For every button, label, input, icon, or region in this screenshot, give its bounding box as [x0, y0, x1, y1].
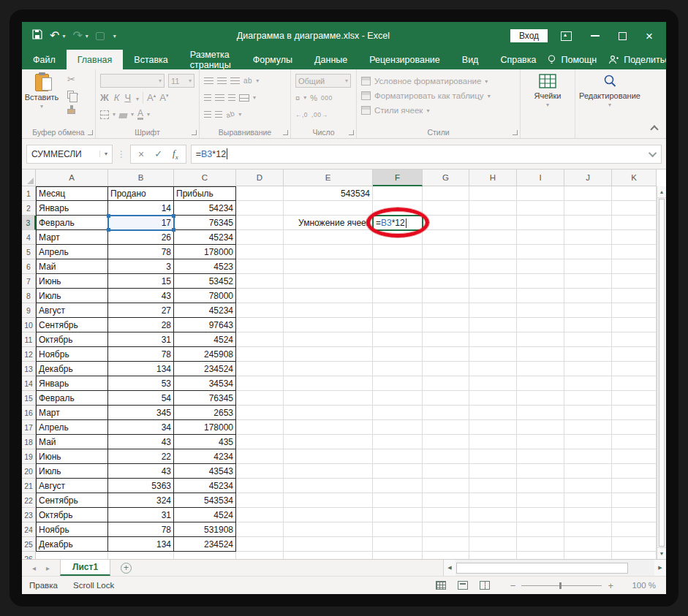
cell-g11[interactable]: [423, 332, 469, 347]
cell-e2[interactable]: [284, 201, 373, 216]
expand-formula-bar-icon[interactable]: [649, 148, 657, 156]
cell-b7[interactable]: 15: [108, 274, 174, 289]
cell-j4[interactable]: [564, 230, 612, 245]
cell-f25[interactable]: [373, 537, 423, 552]
cell-k15[interactable]: [612, 391, 657, 406]
cell-e6[interactable]: [284, 259, 373, 274]
ribbon-tab[interactable]: Файл: [22, 50, 67, 69]
cell-d17[interactable]: [236, 420, 284, 435]
cell-k5[interactable]: [612, 245, 657, 259]
cell-b13[interactable]: 134: [108, 362, 174, 376]
cell-j17[interactable]: [564, 420, 612, 435]
ribbon-tab[interactable]: Данные: [303, 50, 358, 69]
cell-e26[interactable]: [284, 552, 373, 559]
cell-b17[interactable]: 34: [108, 420, 174, 435]
cell-c6[interactable]: 4523: [174, 259, 236, 274]
cell-a8[interactable]: Июль: [36, 289, 108, 303]
cell-d11[interactable]: [236, 332, 284, 347]
cell-j18[interactable]: [564, 435, 612, 449]
column-header-d[interactable]: D: [236, 170, 284, 186]
cell-g26[interactable]: [423, 552, 469, 559]
cell-a6[interactable]: Май: [36, 259, 108, 274]
cell-i25[interactable]: [517, 537, 564, 552]
cell-c19[interactable]: 4234: [174, 449, 236, 464]
cell-k10[interactable]: [612, 318, 657, 332]
cell-d10[interactable]: [236, 318, 284, 332]
cell-d5[interactable]: [236, 245, 284, 259]
cell-k16[interactable]: [612, 406, 657, 420]
row-header-21[interactable]: 21: [22, 479, 36, 493]
cell-k22[interactable]: [612, 493, 657, 508]
cell-f19[interactable]: [373, 449, 423, 464]
cell-i3[interactable]: [517, 216, 564, 230]
row-header-24[interactable]: 24: [22, 522, 36, 537]
cell-g23[interactable]: [423, 508, 469, 522]
cell-h15[interactable]: [469, 391, 517, 406]
alignment-dialog-launcher-icon[interactable]: [283, 130, 288, 135]
styles-dialog-launcher-icon[interactable]: [513, 130, 518, 135]
cell-c4[interactable]: 45234: [174, 230, 236, 245]
cell-f12[interactable]: [373, 347, 423, 362]
cell-a4[interactable]: Март: [36, 230, 108, 245]
cell-a11[interactable]: Октябрь: [36, 332, 108, 347]
cell-i17[interactable]: [517, 420, 564, 435]
scroll-up-icon[interactable]: ▲: [657, 186, 666, 198]
cell-b1[interactable]: Продано: [108, 186, 174, 201]
cell-k14[interactable]: [612, 376, 657, 391]
column-header-c[interactable]: C: [174, 170, 236, 186]
cell-g15[interactable]: [423, 391, 469, 406]
cell-b5[interactable]: 78: [108, 245, 174, 259]
close-icon[interactable]: ×: [646, 30, 653, 42]
page-break-view-icon[interactable]: [480, 581, 490, 590]
cell-h13[interactable]: [469, 362, 517, 376]
row-header-12[interactable]: 12: [22, 347, 36, 362]
cell-e5[interactable]: [284, 245, 373, 259]
cell-e7[interactable]: [284, 274, 373, 289]
cell-d7[interactable]: [236, 274, 284, 289]
maximize-icon[interactable]: [619, 32, 627, 40]
cell-k21[interactable]: [612, 479, 657, 493]
row-header-14[interactable]: 14: [22, 376, 36, 391]
cell-e9[interactable]: [284, 303, 373, 318]
cell-g9[interactable]: [423, 303, 469, 318]
cell-h24[interactable]: [469, 522, 517, 537]
cell-d13[interactable]: [236, 362, 284, 376]
cell-c1[interactable]: Прибыль: [174, 186, 236, 201]
row-header-22[interactable]: 22: [22, 493, 36, 508]
font-dialog-launcher-icon[interactable]: [192, 130, 197, 135]
cell-i1[interactable]: [517, 186, 564, 201]
cell-k20[interactable]: [612, 464, 657, 479]
cell-b16[interactable]: 345: [108, 406, 174, 420]
ribbon-tab[interactable]: Формулы: [242, 50, 303, 69]
cell-f17[interactable]: [373, 420, 423, 435]
cell-b10[interactable]: 28: [108, 318, 174, 332]
cell-c12[interactable]: 245908: [174, 347, 236, 362]
cell-c10[interactable]: 97643: [174, 318, 236, 332]
cell-d23[interactable]: [236, 508, 284, 522]
cell-d22[interactable]: [236, 493, 284, 508]
cell-j2[interactable]: [564, 201, 612, 216]
cell-e11[interactable]: [284, 332, 373, 347]
cell-g2[interactable]: [423, 201, 469, 216]
cell-d24[interactable]: [236, 522, 284, 537]
row-header-20[interactable]: 20: [22, 464, 36, 479]
cell-a25[interactable]: Декабрь: [36, 537, 108, 552]
cell-k2[interactable]: [612, 201, 657, 216]
scroll-right-icon[interactable]: ▶: [654, 560, 666, 576]
cell-i26[interactable]: [517, 552, 564, 559]
cell-f9[interactable]: [373, 303, 423, 318]
column-header-f[interactable]: F: [373, 170, 423, 186]
cell-g4[interactable]: [423, 230, 469, 245]
cell-a24[interactable]: Ноябрь: [36, 522, 108, 537]
cell-d20[interactable]: [236, 464, 284, 479]
ribbon-tab[interactable]: Вставка: [123, 50, 178, 69]
cell-k1[interactable]: [612, 186, 657, 201]
cell-i12[interactable]: [517, 347, 564, 362]
cell-b20[interactable]: 43: [108, 464, 174, 479]
cell-e16[interactable]: [284, 406, 373, 420]
cell-h9[interactable]: [469, 303, 517, 318]
cell-j26[interactable]: [564, 552, 612, 559]
cell-e24[interactable]: [284, 522, 373, 537]
cell-k13[interactable]: [612, 362, 657, 376]
cell-g13[interactable]: [423, 362, 469, 376]
